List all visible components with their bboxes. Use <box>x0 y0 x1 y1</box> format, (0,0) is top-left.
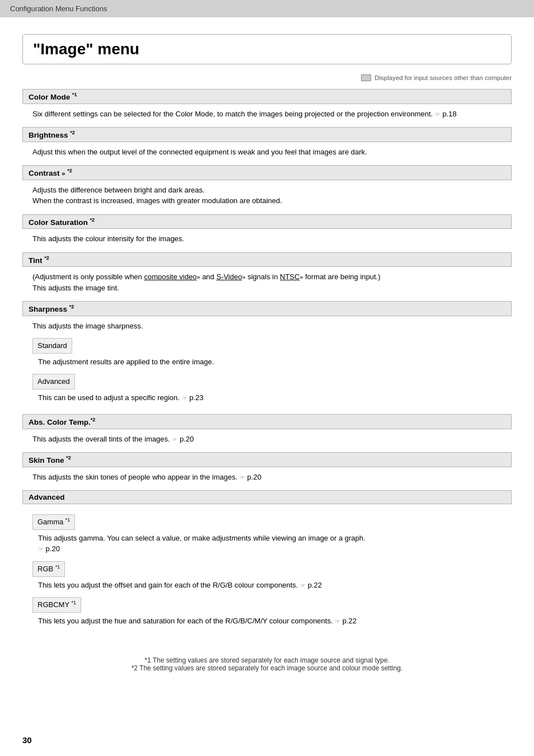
skin-tone-sup: *2 <box>66 455 71 461</box>
section-body-sharpness: This adjusts the image sharpness. Standa… <box>22 318 512 411</box>
abs-color-temp-sup: *2 <box>91 417 96 422</box>
section-sharpness: Sharpness *2 This adjusts the image shar… <box>22 301 512 411</box>
section-header-advanced: Advanced <box>22 490 512 504</box>
book-icon-skin-tone: ☞ <box>240 474 245 481</box>
subsection-header-rgb: RGB *1 <box>32 561 65 577</box>
contrast-arrow: » <box>62 170 65 177</box>
section-header-sharpness: Sharpness *2 <box>22 301 512 316</box>
composite-video-link: composite video <box>144 273 196 281</box>
page-content: "Image" menu Displayed for input sources… <box>0 17 534 706</box>
gamma-sup: *1 <box>65 517 71 523</box>
section-header-color-saturation: Color Saturation *2 <box>22 214 512 229</box>
section-color-saturation: Color Saturation *2 This adjusts the col… <box>22 214 512 249</box>
book-icon-rgbcmy: ☞ <box>335 618 340 624</box>
color-saturation-sup: *2 <box>90 217 95 223</box>
section-header-contrast: Contrast » *2 <box>22 165 512 180</box>
footnotes: *1 The setting values are stored separat… <box>22 651 512 672</box>
book-icon-gamma: ☞ <box>38 546 44 552</box>
book-icon-rgb: ☞ <box>300 582 306 589</box>
rgb-sup: *1 <box>55 564 60 570</box>
s-video-link: S-Video <box>216 273 242 281</box>
section-advanced: Advanced Gamma *1 This adjusts gamma. Yo… <box>22 490 512 634</box>
brightness-sup: *2 <box>70 130 75 135</box>
section-body-abs-color-temp: This adjusts the overall tints of the im… <box>22 431 512 449</box>
subsection-header-gamma: Gamma *1 <box>32 514 75 530</box>
display-note-text: Displayed for input sources other than c… <box>374 74 512 81</box>
page-title: "Image" menu <box>22 34 512 64</box>
section-header-color-mode: Color Mode *1 <box>22 89 512 104</box>
page-header: Configuration Menu Functions <box>0 0 534 17</box>
tint-arrow2: » <box>242 274 245 280</box>
book-icon-advanced: ☞ <box>182 395 188 401</box>
tint-arrow1: » <box>196 274 200 280</box>
section-skin-tone: Skin Tone *2 This adjusts the skin tones… <box>22 452 512 487</box>
subsection-body-rgbcmy: This lets you adjust the hue and saturat… <box>32 614 502 630</box>
subsection-body-gamma: This adjusts gamma. You can select a val… <box>32 532 502 558</box>
section-header-abs-color-temp: Abs. Color Temp.*2 <box>22 414 512 429</box>
advanced-subsections: Gamma *1 This adjusts gamma. You can sel… <box>32 511 502 630</box>
tint-sup: *2 <box>44 255 49 261</box>
section-brightness: Brightness *2 Adjust this when the outpu… <box>22 127 512 162</box>
subsection-header-rgbcmy: RGBCMY *1 <box>32 597 81 613</box>
section-body-skin-tone: This adjusts the skin tones of people wh… <box>22 469 512 487</box>
display-note-box <box>361 74 371 81</box>
sharpness-subsections: Standard The adjustment results are appl… <box>32 335 502 406</box>
subsection-header-standard: Standard <box>32 338 72 354</box>
section-header-skin-tone: Skin Tone *2 <box>22 452 512 467</box>
subsection-body-rgb: This lets you adjust the offset and gain… <box>32 579 502 594</box>
section-body-tint: (Adjustment is only possible when compos… <box>22 269 512 298</box>
section-tint: Tint *2 (Adjustment is only possible whe… <box>22 252 512 298</box>
section-abs-color-temp: Abs. Color Temp.*2 This adjusts the over… <box>22 414 512 449</box>
ntsc-link: NTSC <box>280 273 299 281</box>
section-body-color-mode: Six different settings can be selected f… <box>22 106 512 124</box>
section-body-contrast: Adjusts the difference between bright an… <box>22 182 512 211</box>
section-header-tint: Tint *2 <box>22 252 512 267</box>
header-title: Configuration Menu Functions <box>10 4 107 13</box>
subsection-header-advanced: Advanced <box>32 374 75 389</box>
rgbcmy-sup: *1 <box>71 600 76 605</box>
contrast-sup: *2 <box>67 168 72 173</box>
book-icon-abs-color-temp: ☞ <box>172 436 177 443</box>
footnote-1: *1 The setting values are stored separat… <box>22 656 512 664</box>
color-mode-sup: *1 <box>72 92 77 97</box>
section-body-color-saturation: This adjusts the colour intensity for th… <box>22 231 512 249</box>
section-color-mode: Color Mode *1 Six different settings can… <box>22 89 512 124</box>
tint-arrow3: » <box>299 274 303 280</box>
subsection-body-standard: The adjustment results are applied to th… <box>32 355 502 371</box>
display-note: Displayed for input sources other than c… <box>22 74 512 81</box>
page-number: 30 <box>22 735 32 745</box>
section-body-advanced: Gamma *1 This adjusts gamma. You can sel… <box>22 506 512 634</box>
section-body-brightness: Adjust this when the output level of the… <box>22 144 512 162</box>
subsection-body-advanced: This can be used to adjust a specific re… <box>32 391 502 407</box>
sharpness-sup: *2 <box>69 304 74 309</box>
footnote-2: *2 The setting values are stored separat… <box>22 664 512 672</box>
section-header-brightness: Brightness *2 <box>22 127 512 142</box>
book-icon-color-mode: ☞ <box>435 111 441 118</box>
section-contrast: Contrast » *2 Adjusts the difference bet… <box>22 165 512 211</box>
